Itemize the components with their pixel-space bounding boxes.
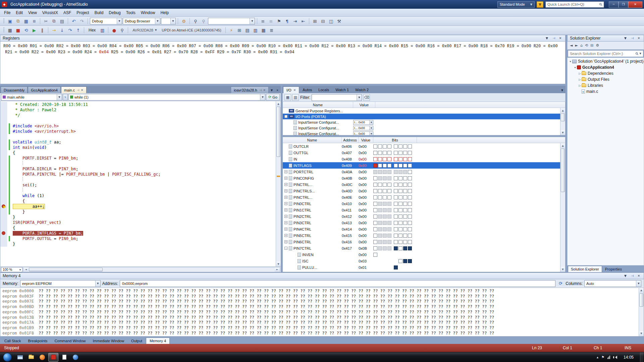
io-register-row-pinconfig[interactable]: +PINCONFIG0x40B0x00 bbox=[283, 175, 565, 181]
expander-icon[interactable]: + bbox=[284, 228, 287, 231]
editor-horizontal-scrollbar[interactable]: ◄ ► bbox=[23, 267, 280, 272]
bit-checkbox[interactable] bbox=[387, 157, 391, 161]
mode-selector[interactable]: Standard Mode ▼ bbox=[497, 1, 535, 8]
bit-checkbox[interactable] bbox=[398, 246, 402, 250]
scroll-up-icon[interactable]: ▲ bbox=[560, 143, 565, 148]
bit-checkbox[interactable] bbox=[403, 157, 407, 161]
io-view-icon[interactable]: ▤ bbox=[244, 26, 251, 34]
volume-icon[interactable] bbox=[613, 356, 617, 359]
solution-explorer-search[interactable]: Search Solution Explorer (Ctrl+;) ⚲ ▼ bbox=[568, 50, 643, 57]
bit-checkbox-disabled[interactable] bbox=[378, 215, 382, 219]
editor-vertical-scrollbar[interactable]: ▲ ▼ bbox=[276, 101, 281, 266]
breakpoints-window-icon[interactable]: ● bbox=[110, 26, 118, 34]
tab-overflow-icon[interactable]: ▼ bbox=[559, 87, 565, 93]
tree-item-gccapplication4[interactable]: ▾GccApplication4 bbox=[568, 64, 644, 70]
io-register-row-intflags[interactable]: +INTFLAGS0x4090x80 bbox=[283, 162, 565, 169]
bookmark-icon[interactable]: ⚑ bbox=[275, 17, 283, 25]
bit-checkbox-disabled[interactable] bbox=[378, 176, 382, 180]
bit-checkbox[interactable] bbox=[373, 246, 377, 250]
bit-checkbox[interactable] bbox=[403, 151, 407, 155]
menu-tools[interactable]: Tools bbox=[123, 9, 138, 16]
window-position-icon[interactable]: ▼ bbox=[623, 274, 628, 278]
outdent-icon[interactable]: ⇤ bbox=[300, 17, 307, 25]
pin-icon[interactable]: ⊤ bbox=[630, 274, 635, 278]
bit-checkbox[interactable] bbox=[383, 157, 387, 161]
bit-checkbox[interactable] bbox=[394, 234, 398, 238]
memory-row[interactable]: eeprom 0x0000?? ?? ?? ?? ?? ?? ?? ?? ?? … bbox=[2, 289, 642, 294]
menu-debug[interactable]: Debug bbox=[106, 9, 123, 16]
expander-icon[interactable]: - bbox=[284, 115, 287, 118]
io-register-row-pin2ctrl[interactable]: +PIN2CTRL0x4120x00 bbox=[283, 213, 565, 220]
bit-checkbox[interactable] bbox=[373, 151, 377, 155]
solution-configuration-combo[interactable]: Debug▼ bbox=[90, 18, 122, 24]
close-icon[interactable]: ✕ bbox=[263, 88, 266, 92]
columns-dropdown[interactable]: Auto ▼ bbox=[584, 280, 641, 287]
io-register-row-pinctrl[interactable]: +PINCTRL...0x40E0x00 bbox=[283, 194, 565, 200]
tab-main-c[interactable]: main.c⊤✕ bbox=[61, 86, 87, 93]
close-icon[interactable]: ✕ bbox=[293, 88, 296, 92]
tab-watch-2[interactable]: Watch 2 bbox=[352, 86, 372, 93]
bit-checkbox[interactable] bbox=[408, 151, 412, 155]
se-sync-icon[interactable]: ⟲ bbox=[585, 43, 588, 48]
tab-disassembly[interactable]: Disassembly bbox=[1, 86, 28, 93]
new-project-icon[interactable]: ▣ bbox=[6, 17, 14, 25]
breakpoint-margin[interactable] bbox=[0, 209, 7, 215]
bit-checkbox-disabled[interactable] bbox=[383, 246, 387, 250]
tray-expand-icon[interactable]: ▴ bbox=[597, 355, 598, 359]
column-header-bits[interactable]: Bits bbox=[373, 137, 417, 143]
io-register-row-pullu[interactable]: +PULLU...0x01 bbox=[283, 264, 565, 270]
menu-project[interactable]: Project bbox=[74, 9, 92, 16]
breakpoint-margin[interactable] bbox=[0, 113, 7, 118]
bit-checkbox-disabled[interactable] bbox=[383, 202, 387, 206]
bit-checkbox[interactable] bbox=[408, 227, 412, 231]
bit-checkbox[interactable] bbox=[408, 221, 412, 225]
breakpoint-margin[interactable] bbox=[0, 231, 7, 236]
close-icon[interactable]: ✕ bbox=[636, 274, 641, 278]
bit-checkbox-disabled[interactable] bbox=[378, 170, 382, 174]
bit-checkbox[interactable] bbox=[403, 240, 407, 244]
taskbar-clock[interactable]: 14:05 bbox=[620, 355, 637, 360]
tab-ioavr32da28-h[interactable]: ioavr32da28.h⊤✕ bbox=[231, 86, 269, 93]
value-dropdown[interactable]: I... 0x00▼ bbox=[353, 131, 373, 136]
zoom-dropdown[interactable]: 100 % ▼ bbox=[1, 267, 22, 272]
bit-checkbox[interactable] bbox=[387, 195, 391, 199]
menu-file[interactable]: File bbox=[1, 9, 13, 16]
network-icon[interactable] bbox=[607, 356, 610, 359]
scroll-up-icon[interactable]: ▲ bbox=[560, 108, 565, 113]
bit-checkbox[interactable] bbox=[408, 246, 412, 250]
hex-display-button[interactable]: Hex bbox=[86, 27, 98, 34]
memory-row[interactable]: eeprom 0x007E?? ?? ?? ?? ?? ?? ?? ?? ?? … bbox=[2, 299, 642, 304]
bit-checkbox-disabled[interactable] bbox=[383, 227, 387, 231]
scroll-down-icon[interactable]: ▼ bbox=[560, 130, 565, 135]
io-register-row-pin6ctrl[interactable]: +PIN6CTRL0x4160x00 bbox=[283, 239, 565, 245]
bit-checkbox[interactable] bbox=[408, 202, 412, 206]
bit-checkbox[interactable] bbox=[398, 202, 402, 206]
break-all-icon[interactable]: ‖ bbox=[39, 26, 46, 34]
tab-call-stack[interactable]: Call Stack bbox=[1, 338, 24, 344]
bit-checkbox[interactable] bbox=[394, 144, 398, 148]
bit-checkbox[interactable] bbox=[403, 215, 407, 219]
breakpoint-margin[interactable] bbox=[0, 139, 7, 145]
tree-expander-icon[interactable]: ▷ bbox=[578, 84, 582, 87]
breakpoint-margin[interactable] bbox=[0, 156, 7, 161]
io-register-row-pin0ctrl[interactable]: +PIN0CTRL0x4100x00 bbox=[283, 200, 565, 207]
bit-checkbox[interactable] bbox=[398, 221, 402, 225]
bit-checkbox[interactable] bbox=[394, 189, 398, 193]
step-over-icon[interactable]: ↷ bbox=[66, 26, 74, 34]
find-combo[interactable]: ▼ bbox=[208, 18, 255, 24]
bit-checkbox[interactable] bbox=[403, 164, 407, 168]
bit-checkbox[interactable] bbox=[383, 164, 387, 168]
taskbar-atmel-studio-item[interactable] bbox=[48, 353, 58, 362]
io-register-row-portctrl[interactable]: +PORTCTRL0x40A0x00 bbox=[283, 169, 565, 175]
bit-checkbox-disabled[interactable] bbox=[387, 170, 391, 174]
bit-checkbox[interactable] bbox=[394, 208, 398, 212]
toolbox-icon[interactable]: ⚒ bbox=[335, 17, 343, 25]
bit-checkbox[interactable] bbox=[403, 176, 407, 180]
io-view-grid-icon[interactable]: ▦ bbox=[284, 94, 291, 101]
bit-checkbox-disabled[interactable] bbox=[378, 227, 382, 231]
bit-checkbox[interactable] bbox=[398, 176, 402, 180]
bit-checkbox-disabled[interactable] bbox=[387, 208, 391, 212]
io-register-row-pin4ctrl[interactable]: +PIN4CTRL0x4140x00 bbox=[283, 226, 565, 232]
tray-flag-icon[interactable]: ⚑ bbox=[601, 355, 604, 359]
bit-checkbox[interactable] bbox=[398, 240, 402, 244]
